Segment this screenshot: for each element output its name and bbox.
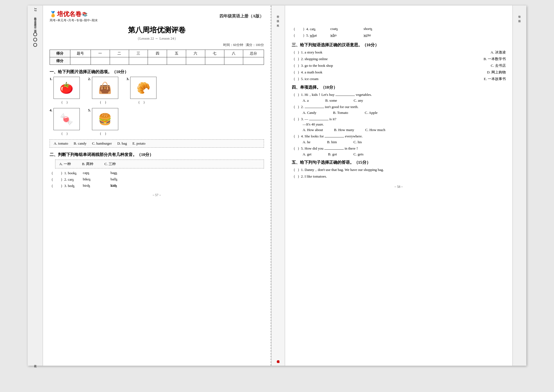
- item-num-1: 1.: [50, 77, 52, 81]
- choice-a: A. tomato: [54, 141, 68, 146]
- section3-item-1: （）1. a story book A. 冰激凌: [292, 50, 506, 55]
- page-num-left: －57－: [50, 193, 264, 198]
- section3-title: 三、给下列短语选择正确的汉语意思。（10分）: [292, 42, 506, 48]
- score-cell-1: [70, 57, 91, 65]
- mid-sidebar-grade: 班级: [276, 18, 280, 18]
- opt-c: C. 三种: [104, 162, 116, 166]
- image-box-4: 🍬: [53, 108, 80, 130]
- score-cell-7: [186, 57, 205, 65]
- section2-title: 二、判断下列每组单词画线部分共有几种发音。（10分）: [50, 152, 264, 157]
- score-header-2: 一: [91, 50, 110, 57]
- score-header-4: 三: [129, 50, 148, 57]
- section5-item-1: （ ）1. Danny，don't use that bag. We have …: [292, 167, 506, 172]
- score-cell-6: [167, 57, 186, 65]
- section4-title: 四、单项选择。（10分）: [292, 85, 506, 90]
- section3-item-4: （）4. a math book D. 网上购物: [292, 70, 506, 75]
- section3-item-3: （）3. go to the book shop C. 去书店: [292, 63, 506, 68]
- score-header-7: 六: [186, 50, 205, 57]
- score-header-6: 五: [167, 50, 186, 57]
- section4-item-5: （ ）5. How did you in there！ A. get B. go…: [292, 146, 506, 157]
- image-item-3: 3. 🥐 （ ）: [127, 77, 157, 105]
- logo-area: 🏅 培优名卷 📚 周考+单元考+月考+专项+期中+期末: [50, 10, 98, 22]
- image-item-4: 4. 🍬 （ ）: [50, 108, 80, 136]
- phonics-item-1: （ ）1. books caps bags: [50, 171, 264, 176]
- section5-title: 五、给下列句子选择正确的答语。（15分）: [292, 160, 506, 165]
- grade-label: 四年级英语上册（A版）: [219, 14, 264, 19]
- sidebar-circle-3: [33, 43, 37, 47]
- image-box-1: 🍅: [53, 77, 80, 99]
- section4-item-4: （ ）4. She looks for everywhere. A. he B.…: [292, 134, 506, 144]
- section5-item-2: （ ）2. I like tomatoes.: [292, 174, 506, 179]
- score-label: 得分: [50, 57, 70, 65]
- image-item-1: 1. 🍅 （ ）: [50, 77, 80, 105]
- choice-e: E. potato: [132, 141, 145, 146]
- score-header-8: 七: [205, 50, 224, 57]
- image-box-5: 🍔: [92, 108, 118, 130]
- score-cell-grade: [243, 57, 264, 65]
- exam-title: 第八周培优测评卷: [50, 25, 264, 35]
- phonics-item-2: （ ）2. cars bikes balls: [50, 177, 264, 182]
- section4-item-2: （ ）2. isn't good for our teeth. A. Candy…: [292, 104, 506, 115]
- item-num-5: 5.: [88, 108, 91, 112]
- choice-d: D. bag: [117, 141, 127, 146]
- sidebar-circle-2: [33, 38, 37, 42]
- score-header-3: 二: [110, 50, 129, 57]
- sidebar-info-2: 考号·座位号·考生姓名: [34, 18, 37, 22]
- section3-item-2: （）2. shopping online B. 一本数学书: [292, 57, 506, 62]
- section4-item-3: （ ）3. — is it? —It's 40 yuan. A. How abo…: [292, 117, 506, 132]
- score-table-row-label: 得分: [50, 50, 70, 57]
- item-num-2: 2.: [88, 77, 91, 81]
- score-cell-5: [148, 57, 167, 65]
- sidebar-top-label: JJ: [33, 8, 37, 12]
- item-num-4: 4.: [50, 108, 52, 112]
- section3-item-5: （）5. ice cream E. 一本故事书: [292, 76, 506, 81]
- score-table: 得分 题号 一 二 三 四 五 六 七 八 总分 得分: [50, 50, 264, 65]
- item-num-3: 3.: [127, 77, 129, 81]
- score-header-total: 八: [224, 50, 243, 57]
- right-sidebar-class: 班级: [518, 18, 521, 18]
- section1-title: 一、给下列图片选择正确的选项。（10分）: [50, 69, 264, 75]
- score-cell-4: [129, 57, 148, 65]
- phonics-item-3: （ ）3. beds birds kids: [50, 183, 264, 188]
- logo-text: 🏅 培优名卷 📚: [50, 10, 98, 18]
- mid-sidebar-name: 姓名: [276, 22, 280, 23]
- choice-b: B. candy: [74, 141, 86, 146]
- score-cell-2: [91, 57, 110, 65]
- image-box-2: 👜: [92, 77, 118, 99]
- sidebar-circle-1: [33, 32, 37, 36]
- score-cell-3: [110, 57, 129, 65]
- page-num-right: －58－: [292, 185, 506, 189]
- image-item-5: 5. 🍔 （ ）: [88, 108, 118, 136]
- image-box-3: 🥐: [130, 77, 157, 99]
- word-choices: A. tomato B. candy C. hamburger D. bag E…: [50, 139, 264, 148]
- time-info: 时间：60分钟 满分：100分: [50, 43, 264, 47]
- image-item-2: 2. 👜 （ ）: [88, 77, 118, 105]
- section2-options: A. 一种 B. 两种 C. 三种: [55, 160, 264, 168]
- mid-sidebar-top: 学校: [276, 13, 280, 14]
- score-header-1: 题号: [70, 50, 91, 57]
- choice-c: C. hamburger: [92, 141, 112, 146]
- sidebar-info-1: 社名称班级: [34, 15, 37, 16]
- exam-subtitle: （Lesson 22 ～ Lesson 24）: [50, 36, 264, 41]
- right-sidebar-grade: 年级: [518, 13, 521, 14]
- opt-a: A. 一种: [59, 162, 71, 166]
- logo-tagline: 周考+单元考+月考+专项+期中+期末: [50, 18, 98, 22]
- opt-b: B. 两种: [82, 162, 93, 166]
- phonics-item-4: （ ）4. cats coats shorts: [292, 27, 506, 32]
- section4-item-1: （ ）1. Hi，kids！Let's buy vegetables. A. a…: [292, 92, 506, 103]
- phonics-item-5: （ ）5. what who write: [292, 33, 506, 38]
- score-cell-total: [224, 57, 243, 65]
- sidebar-info-3: 学校：请写正确: [34, 24, 37, 29]
- score-cell-8: [205, 57, 224, 65]
- sidebar-bottom-label: 装订线: [34, 363, 37, 363]
- header: 🏅 培优名卷 📚 周考+单元考+月考+专项+期中+期末 四年级英语上册（A版）: [50, 10, 264, 22]
- score-header-5: 四: [148, 50, 167, 57]
- score-header-grade: 总分: [243, 50, 264, 57]
